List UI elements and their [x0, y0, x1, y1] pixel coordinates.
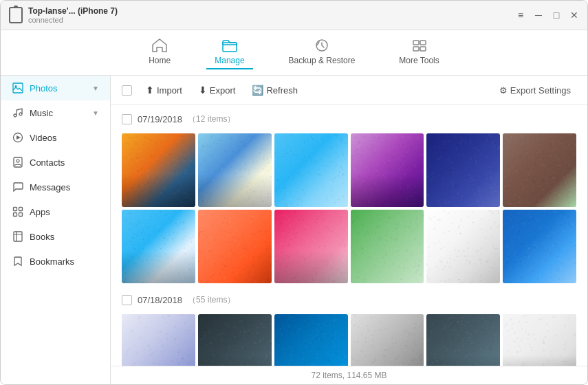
close-button[interactable]: ✕: [569, 10, 579, 20]
photo-cell[interactable]: [503, 133, 576, 207]
svg-rect-18: [14, 232, 22, 241]
photo-cell[interactable]: [274, 314, 348, 366]
main-layout: Photos ▼ Music ▼ Videos Contacts: [1, 76, 587, 384]
nav-home[interactable]: Home: [140, 36, 179, 69]
date-header: 07/18/2018 （55 items）: [122, 292, 576, 309]
refresh-button[interactable]: 🔄 Refresh: [245, 81, 305, 99]
tools-icon: [412, 38, 427, 54]
svg-rect-0: [223, 43, 237, 52]
minimize-button[interactable]: ─: [534, 10, 543, 20]
nav-bar: Home Manage Backup & Restore More Tools: [1, 30, 587, 76]
import-label: Import: [157, 85, 182, 96]
svg-rect-15: [19, 208, 23, 211]
toolbar: ⬆ Import ⬇ Export 🔄 Refresh ⚙ Export Set…: [111, 76, 587, 105]
item-count: （55 items）: [188, 294, 235, 306]
photo-cell[interactable]: [274, 210, 348, 283]
svg-point-13: [17, 160, 19, 162]
export-settings-button[interactable]: ⚙ Export Settings: [494, 82, 576, 98]
sidebar-item-books[interactable]: Books: [1, 224, 110, 249]
export-button[interactable]: ⬇ Export: [192, 81, 243, 99]
window-controls: ≡ ─ □ ✕: [516, 10, 579, 20]
status-text: 72 items, 114.65 MB: [311, 371, 386, 380]
export-label: Export: [210, 85, 236, 96]
photo-cell[interactable]: [351, 210, 424, 283]
date-label: 07/19/2018: [138, 114, 182, 124]
svg-rect-5: [420, 47, 426, 51]
maximize-button[interactable]: □: [552, 10, 561, 20]
select-all-checkbox[interactable]: [122, 85, 132, 96]
date-group-1: 07/18/2018 （55 items） ▶00:00:05: [122, 292, 576, 366]
menu-button[interactable]: ≡: [516, 10, 525, 20]
status-bar: 72 items, 114.65 MB: [111, 366, 587, 384]
nav-tools-label: More Tools: [399, 56, 439, 65]
messages-icon: [12, 181, 24, 193]
photo-scroll[interactable]: 07/19/2018 （12 items） 07/18/2018 （55 ite…: [111, 105, 587, 366]
photo-cell[interactable]: [426, 210, 500, 283]
export-icon: ⬇: [199, 85, 207, 96]
import-icon: ⬆: [146, 85, 154, 96]
svg-rect-17: [19, 213, 23, 217]
photo-grid: ▶00:00:05: [122, 314, 576, 366]
videos-icon: [12, 131, 24, 144]
sidebar-messages-label: Messages: [30, 182, 70, 192]
content-area: ⬆ Import ⬇ Export 🔄 Refresh ⚙ Export Set…: [111, 76, 587, 384]
svg-rect-6: [13, 83, 23, 93]
nav-backup-label: Backup & Restore: [289, 56, 356, 65]
export-settings-label: Export Settings: [510, 85, 571, 96]
group-select-checkbox[interactable]: [122, 295, 132, 305]
photo-cell[interactable]: [274, 133, 348, 207]
sidebar-item-bookmarks[interactable]: Bookmarks: [1, 249, 110, 274]
nav-manage[interactable]: Manage: [206, 36, 252, 69]
contacts-icon: [12, 156, 24, 168]
sidebar: Photos ▼ Music ▼ Videos Contacts: [1, 76, 111, 384]
photo-cell[interactable]: [351, 314, 424, 366]
sidebar-item-videos[interactable]: Videos: [1, 125, 110, 150]
svg-rect-14: [14, 208, 17, 211]
svg-rect-16: [14, 213, 17, 217]
import-button[interactable]: ⬆ Import: [139, 81, 189, 99]
photo-cell[interactable]: [122, 210, 195, 283]
svg-point-9: [19, 113, 22, 116]
bookmarks-icon: [12, 255, 24, 267]
home-icon: [152, 38, 167, 54]
gear-icon: ⚙: [499, 85, 508, 96]
photo-cell[interactable]: [122, 133, 195, 207]
date-header: 07/19/2018 （12 items）: [122, 111, 576, 128]
sidebar-photos-label: Photos: [30, 83, 57, 94]
photo-cell[interactable]: [426, 314, 500, 366]
device-status: connected: [28, 16, 118, 24]
sidebar-item-messages[interactable]: Messages: [1, 175, 110, 199]
sidebar-apps-label: Apps: [30, 207, 50, 217]
sidebar-item-contacts[interactable]: Contacts: [1, 150, 110, 175]
photo-cell[interactable]: [351, 133, 424, 207]
nav-tools[interactable]: More Tools: [391, 36, 447, 69]
sidebar-item-apps[interactable]: Apps: [1, 199, 110, 224]
title-bar: Top-lanse'... (iPhone 7) connected ≡ ─ □…: [1, 1, 587, 30]
sidebar-videos-label: Videos: [30, 133, 57, 143]
refresh-label: Refresh: [266, 85, 298, 96]
sidebar-contacts-label: Contacts: [30, 157, 65, 168]
music-chevron: ▼: [92, 109, 99, 117]
books-icon: [12, 230, 24, 243]
photo-cell[interactable]: [503, 210, 576, 283]
svg-point-8: [14, 114, 17, 117]
photo-cell[interactable]: [503, 314, 576, 366]
photo-cell[interactable]: ▶00:00:05: [198, 314, 272, 366]
photo-cell[interactable]: [122, 314, 195, 366]
photo-grid: [122, 133, 576, 283]
sidebar-item-photos[interactable]: Photos ▼: [1, 76, 110, 100]
date-group-0: 07/19/2018 （12 items）: [122, 111, 576, 283]
photo-cell[interactable]: [198, 133, 272, 207]
nav-manage-label: Manage: [215, 56, 244, 65]
apps-icon: [12, 206, 24, 218]
svg-marker-11: [17, 135, 21, 140]
svg-rect-2: [413, 41, 419, 45]
photo-cell[interactable]: [198, 210, 272, 283]
sidebar-item-music[interactable]: Music ▼: [1, 100, 110, 125]
svg-rect-4: [413, 47, 419, 51]
photos-icon: [12, 82, 24, 94]
date-label: 07/18/2018: [138, 295, 182, 305]
group-select-checkbox[interactable]: [122, 114, 132, 124]
nav-backup[interactable]: Backup & Restore: [281, 36, 364, 69]
photo-cell[interactable]: [426, 133, 500, 207]
